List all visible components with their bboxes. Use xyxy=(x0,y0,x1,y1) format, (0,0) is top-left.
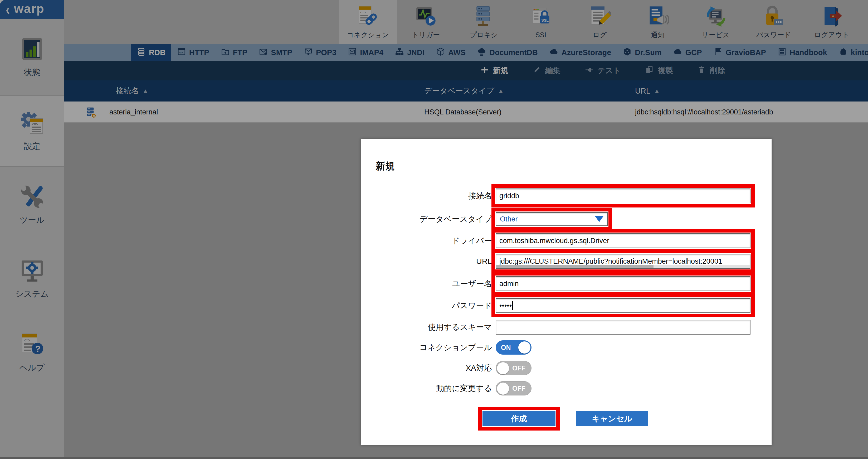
asteria-warp-console: <=>コネクショントリガープロキシSSLSSLログ通知サービスパスワードログアウ… xyxy=(0,0,868,459)
input-value: griddb xyxy=(499,192,519,200)
toggle-knob xyxy=(497,382,509,395)
field-row: 動的に変更するOFF xyxy=(361,381,772,395)
field-label: URL xyxy=(361,257,496,266)
field-label: 使用するスキーマ xyxy=(361,322,496,333)
input-value: admin xyxy=(499,280,519,288)
field-label: 接続名 xyxy=(361,191,496,202)
database-type-select[interactable]: Other xyxy=(496,212,608,226)
field-label: パスワード xyxy=(361,300,496,311)
select-value: Other xyxy=(500,215,518,223)
toggle-state-label: OFF xyxy=(512,364,525,372)
toggle-state-label: ON xyxy=(501,344,511,351)
text-input[interactable] xyxy=(496,320,750,335)
input-value: jdbc:gs:///CLUSTERNAME/public?notificati… xyxy=(499,257,722,266)
field-label: コネクションプール xyxy=(361,342,496,353)
text-input[interactable]: admin xyxy=(496,276,750,291)
create-button[interactable]: 作成 xyxy=(483,411,556,426)
text-input[interactable]: com.toshiba.mwcloud.gs.sql.Driver xyxy=(496,233,750,248)
highlight-box: 作成 xyxy=(483,411,556,426)
field-label: ドライバー xyxy=(361,236,496,246)
toggle-コネクションプール[interactable]: ON xyxy=(496,340,531,355)
field-row: XA対応OFF xyxy=(361,361,772,375)
field-label: データベースタイプ xyxy=(361,214,496,225)
field-label: ユーザー名 xyxy=(361,278,496,289)
field-row: パスワード••••• xyxy=(361,298,772,313)
dropdown-arrow-icon xyxy=(595,216,603,222)
field-row: ユーザー名admin xyxy=(361,276,772,291)
field-row: 接続名griddb xyxy=(361,188,772,203)
button-wrap: キャンセル xyxy=(576,411,648,426)
toggle-knob xyxy=(497,362,509,374)
toggle-XA対応[interactable]: OFF xyxy=(496,361,531,375)
text-input[interactable]: jdbc:gs:///CLUSTERNAME/public?notificati… xyxy=(496,254,750,269)
cancel-button[interactable]: キャンセル xyxy=(576,411,648,426)
input-value: ••••• xyxy=(499,302,512,310)
toggle-knob xyxy=(518,341,530,354)
dialog-buttons: 作成キャンセル xyxy=(483,411,648,426)
field-label: 動的に変更する xyxy=(361,383,496,394)
toggle-state-label: OFF xyxy=(512,385,525,392)
text-input[interactable]: griddb xyxy=(496,188,750,203)
input-value: com.toshiba.mwcloud.gs.sql.Driver xyxy=(499,237,609,245)
password-input[interactable]: ••••• xyxy=(496,298,750,313)
field-row: データベースタイプOther xyxy=(361,212,772,226)
field-row: コネクションプールON xyxy=(361,340,772,355)
field-label: XA対応 xyxy=(361,363,496,374)
new-connection-dialog: 新規 接続名griddbデータベースタイプOtherドライバーcom.toshi… xyxy=(361,139,772,445)
input-scrollbar[interactable] xyxy=(496,265,750,268)
field-row: ドライバーcom.toshiba.mwcloud.gs.sql.Driver xyxy=(361,233,772,248)
toggle-動的に変更する[interactable]: OFF xyxy=(496,381,531,395)
dialog-title: 新規 xyxy=(376,160,395,173)
field-row: URLjdbc:gs:///CLUSTERNAME/public?notific… xyxy=(361,254,772,269)
text-caret xyxy=(512,301,513,310)
field-row: 使用するスキーマ xyxy=(361,320,772,335)
